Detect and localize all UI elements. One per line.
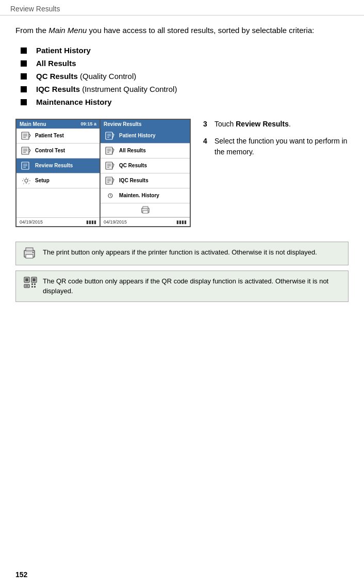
device-section: Main Menu 09:15 a Patient Tes [15, 119, 349, 227]
device-screens: Main Menu 09:15 a Patient Tes [15, 119, 191, 227]
mainten-history-icon [105, 191, 116, 200]
item-label: IQC Results [36, 85, 80, 93]
screen-item-patient-test[interactable]: Patient Test [16, 129, 100, 144]
patient-history-label: Patient History [119, 133, 156, 138]
svg-rect-45 [34, 283, 36, 285]
screen-left-header: Main Menu 09:15 a [16, 120, 100, 129]
page-footer: 152 [15, 570, 27, 579]
svg-rect-43 [25, 285, 28, 287]
item-label: Patient History [36, 46, 91, 55]
steps-section: 3 Touch Review Results. 4 Select the fun… [203, 119, 349, 164]
setup-icon [21, 176, 32, 185]
intro-text-before: From the [15, 26, 48, 35]
all-results-icon [105, 146, 116, 155]
screen-left-footer: 04/19/2015 ▮▮▮▮ [16, 217, 100, 226]
setup-label: Setup [35, 178, 49, 183]
screen-right-footer: 04/19/2015 ▮▮▮▮ [101, 217, 190, 226]
bullet-list: Patient History All Results QC Results (… [15, 46, 349, 106]
item-label: Maintenance History [36, 98, 112, 106]
screen-left: Main Menu 09:15 a Patient Tes [16, 120, 101, 226]
svg-rect-39 [25, 278, 28, 281]
page-number: 152 [15, 570, 27, 579]
item-suffix: (Instrument Quality Control) [80, 85, 177, 93]
screen-item-control-test[interactable]: Control Test [16, 144, 100, 158]
screen-left-time: 09:15 a [81, 121, 97, 126]
screen-left-battery: ▮▮▮▮ [86, 219, 96, 225]
screen-right-title: Review Results [104, 121, 141, 127]
svg-rect-35 [26, 255, 33, 258]
item-suffix: (Quality Control) [78, 72, 136, 81]
screen-right-battery: ▮▮▮▮ [176, 219, 187, 225]
qc-results-icon [105, 161, 116, 170]
item-label: QC Results [36, 72, 78, 81]
step-3-text: Touch Review Results. [214, 119, 291, 130]
note-qr-text: The QR code button only appears if the Q… [43, 276, 341, 296]
svg-point-12 [25, 179, 28, 182]
control-test-icon [21, 146, 32, 155]
control-test-label: Control Test [35, 148, 65, 153]
review-results-label: Review Results [35, 163, 73, 168]
intro-text-after: you have access to all stored results, s… [87, 26, 314, 35]
step-4-text: Select the function you want to perform … [214, 136, 349, 157]
bullet-icon [21, 86, 27, 92]
svg-rect-32 [143, 206, 148, 209]
screen-item-setup[interactable]: Setup [16, 173, 100, 188]
page-header: Review Results [0, 0, 364, 15]
screen-right-header: Review Results [101, 120, 190, 129]
note-qr-icon [23, 276, 38, 289]
screen-left-title: Main Menu [20, 121, 46, 127]
iqc-results-label: IQC Results [119, 178, 148, 183]
review-results-icon [21, 161, 32, 170]
note-box-qr: The QR code button only appears if the Q… [15, 271, 349, 302]
screen-item-all-results[interactable]: All Results [101, 144, 190, 158]
bullet-icon [21, 73, 27, 80]
patient-history-icon [105, 131, 116, 140]
qc-results-label: QC Results [119, 163, 147, 168]
page-header-title: Review Results [10, 5, 60, 13]
list-item: All Results [21, 59, 349, 68]
step-4: 4 Select the function you want to perfor… [203, 136, 349, 157]
screen-item-review-results[interactable]: Review Results [16, 158, 100, 173]
list-item: IQC Results (Instrument Quality Control) [21, 85, 349, 93]
patient-test-icon [21, 131, 32, 140]
svg-rect-41 [32, 278, 36, 281]
screen-left-date: 04/19/2015 [20, 219, 43, 225]
svg-rect-36 [26, 248, 33, 251]
svg-point-37 [32, 251, 34, 252]
list-item: Patient History [21, 46, 349, 55]
bullet-icon [21, 99, 27, 105]
step-3-number: 3 [203, 119, 214, 130]
svg-rect-47 [34, 286, 36, 288]
svg-rect-44 [31, 283, 33, 285]
screen-item-iqc-results[interactable]: IQC Results [101, 173, 190, 188]
svg-rect-31 [143, 211, 148, 213]
print-icon [140, 205, 151, 215]
screen-print-item [101, 203, 190, 217]
iqc-results-icon [105, 176, 116, 185]
svg-point-33 [147, 209, 148, 210]
note-print-text: The print button only appears if the pri… [43, 247, 317, 258]
patient-test-label: Patient Test [35, 133, 64, 138]
mainten-history-label: Mainten. History [119, 193, 159, 198]
note-print-icon [23, 247, 38, 260]
screen-item-patient-history[interactable]: Patient History [101, 129, 190, 144]
bullet-icon [21, 47, 27, 54]
intro-paragraph: From the Main Menu you have access to al… [15, 25, 349, 37]
note-box-print: The print button only appears if the pri… [15, 242, 349, 265]
intro-italic: Main Menu [48, 26, 87, 35]
main-content: From the Main Menu you have access to al… [0, 15, 364, 316]
screen-right: Review Results Patient History [101, 120, 190, 226]
svg-rect-46 [31, 286, 33, 288]
step-4-number: 4 [203, 136, 214, 157]
list-item: QC Results (Quality Control) [21, 72, 349, 81]
list-item: Maintenance History [21, 98, 349, 106]
step-3: 3 Touch Review Results. [203, 119, 349, 130]
screen-item-qc-results[interactable]: QC Results [101, 158, 190, 173]
screen-item-mainten-history[interactable]: Mainten. History [101, 188, 190, 203]
bullet-icon [21, 60, 27, 67]
item-label: All Results [36, 59, 76, 68]
all-results-label: All Results [119, 148, 146, 153]
screen-right-date: 04/19/2015 [104, 219, 127, 225]
